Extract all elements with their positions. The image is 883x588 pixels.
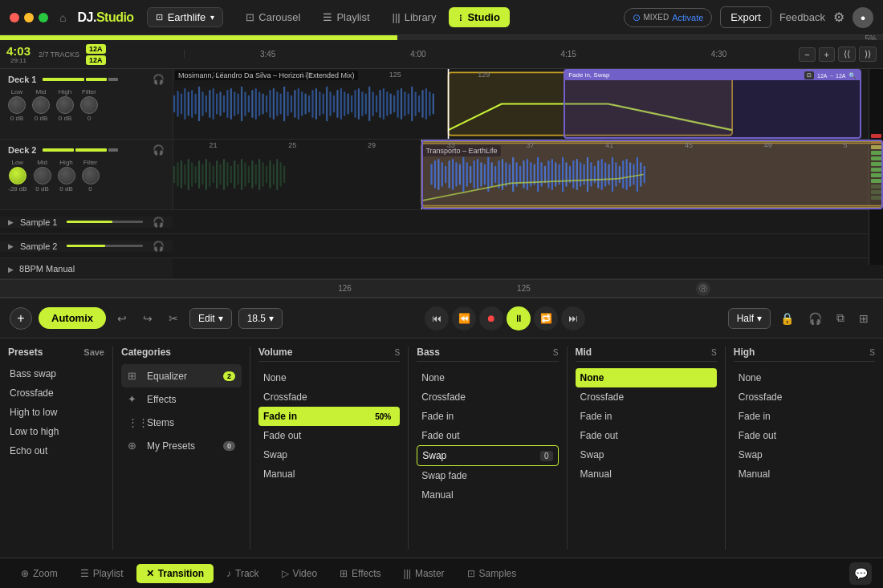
zoom-in-button[interactable]: +: [819, 47, 835, 62]
tab-master[interactable]: ||| Master: [394, 564, 454, 583]
user-avatar[interactable]: ●: [852, 7, 873, 28]
nav-library[interactable]: ||| Library: [383, 7, 446, 27]
nav-studio[interactable]: ⫶ Studio: [449, 7, 509, 27]
category-stems[interactable]: ⋮⋮ Stems: [121, 411, 242, 434]
bass-none[interactable]: None: [417, 368, 558, 387]
preset-crossfade[interactable]: Crossfade: [8, 383, 104, 403]
mid-fade-out[interactable]: Fade out: [576, 426, 717, 445]
bass-fade-out[interactable]: Fade out: [417, 426, 558, 445]
bpm-expand-icon[interactable]: ▶: [8, 266, 14, 274]
redo-button[interactable]: ↪: [138, 309, 157, 328]
edit-dropdown[interactable]: Edit ▾: [189, 308, 232, 329]
high-crossfade[interactable]: Crossfade: [734, 387, 875, 407]
record-button[interactable]: ⏺: [479, 306, 503, 330]
tab-samples[interactable]: ⊡ Samples: [458, 564, 527, 583]
category-effects[interactable]: ✦ Effects: [121, 387, 242, 411]
sample-1-expand-icon[interactable]: ▶: [8, 218, 14, 226]
maximize-button[interactable]: [39, 13, 48, 22]
automix-button[interactable]: Automix: [39, 307, 106, 329]
save-link[interactable]: Save: [83, 347, 104, 357]
eq-filter-knob-2[interactable]: [82, 167, 100, 185]
category-my-presets[interactable]: ⊕ My Presets 0: [121, 434, 242, 457]
eq-low-knob-1[interactable]: [8, 96, 26, 114]
preset-bass-swap[interactable]: Bass swap: [8, 364, 104, 383]
bass-crossfade[interactable]: Crossfade: [417, 387, 558, 407]
preset-high-to-low[interactable]: High to low: [8, 403, 104, 422]
high-s-button[interactable]: S: [869, 348, 875, 357]
eq-mid-knob-2[interactable]: [34, 167, 51, 185]
mixed-pill[interactable]: ⊙ MIXED Activate: [624, 8, 713, 27]
settings-icon[interactable]: ⚙: [833, 10, 844, 25]
eq-high-knob-2[interactable]: [58, 167, 75, 185]
project-selector[interactable]: ⊡ Earthlife ▾: [147, 7, 224, 27]
skip-forward-button[interactable]: ⟩⟩: [859, 47, 877, 62]
chat-icon[interactable]: 💬: [849, 562, 872, 585]
mid-crossfade[interactable]: Crossfade: [576, 387, 717, 407]
jump-back-button[interactable]: ⏪: [452, 306, 476, 330]
overlay-button[interactable]: ⧉: [832, 308, 849, 328]
deck-2-headphone-icon[interactable]: 🎧: [153, 144, 165, 156]
nav-carousel[interactable]: ⊡ Carousel: [236, 7, 310, 27]
preset-echo-out[interactable]: Echo out: [8, 441, 104, 460]
home-icon[interactable]: ⌂: [59, 11, 66, 24]
sample-2-expand-icon[interactable]: ▶: [8, 242, 14, 250]
tab-effects[interactable]: ⊞ Effects: [330, 564, 390, 583]
tab-transition[interactable]: ✕ Transition: [136, 564, 214, 583]
scissors-button[interactable]: ✂: [164, 309, 183, 328]
bass-swap[interactable]: Swap 0: [417, 445, 558, 466]
close-button[interactable]: [10, 13, 19, 22]
eq-mid-knob-1[interactable]: [32, 96, 50, 114]
mid-none[interactable]: None: [576, 368, 717, 387]
volume-crossfade[interactable]: Crossfade: [258, 387, 400, 407]
sync-icon[interactable]: Ⓡ: [696, 282, 710, 296]
sample-1-headphone-icon[interactable]: 🎧: [153, 217, 165, 228]
preset-low-to-high[interactable]: Low to high: [8, 422, 104, 441]
tab-playlist[interactable]: ☰ Playlist: [71, 564, 133, 583]
tab-track[interactable]: ♪ Track: [217, 564, 269, 583]
minimize-button[interactable]: [24, 13, 34, 22]
volume-fade-in[interactable]: Fade in 50%: [258, 407, 400, 426]
mid-swap[interactable]: Swap: [576, 445, 717, 464]
mid-manual[interactable]: Manual: [576, 464, 717, 484]
transition-search-icon[interactable]: 🔍: [848, 72, 857, 79]
undo-button[interactable]: ↩: [112, 309, 132, 328]
loop-button[interactable]: 🔁: [534, 306, 558, 330]
add-button[interactable]: +: [10, 307, 32, 330]
volume-none[interactable]: None: [258, 368, 400, 387]
deck-1-headphone-icon[interactable]: 🎧: [153, 74, 165, 85]
eq-filter-knob-1[interactable]: [80, 96, 98, 114]
transition-block-deck2[interactable]: [421, 140, 883, 209]
bass-s-button[interactable]: S: [553, 348, 559, 357]
sample-2-headphone-icon[interactable]: 🎧: [153, 241, 165, 252]
transition-block-deck1[interactable]: Fade in, Swap ⊡ 12A → 12A 🔍: [564, 69, 861, 139]
eq-low-knob-2[interactable]: [9, 167, 26, 185]
headphone-button[interactable]: 🎧: [804, 309, 827, 328]
mid-s-button[interactable]: S: [711, 348, 717, 357]
half-selector[interactable]: Half ▾: [728, 308, 771, 329]
high-fade-in[interactable]: Fade in: [734, 407, 875, 426]
volume-manual[interactable]: Manual: [258, 464, 400, 484]
high-fade-out[interactable]: Fade out: [734, 426, 875, 445]
high-none[interactable]: None: [734, 368, 875, 387]
eq-high-knob-1[interactable]: [56, 96, 74, 114]
high-swap[interactable]: Swap: [734, 445, 875, 464]
tempo-selector[interactable]: 18.5 ▾: [238, 308, 283, 329]
mid-fade-in[interactable]: Fade in: [576, 407, 717, 426]
grid-button[interactable]: ⊞: [854, 309, 873, 328]
pause-button[interactable]: ⏸: [507, 306, 531, 330]
volume-fade-out[interactable]: Fade out: [258, 426, 400, 445]
bass-fade-in[interactable]: Fade in: [417, 407, 558, 426]
nav-playlist[interactable]: ☰ Playlist: [313, 7, 379, 27]
lock-button[interactable]: 🔒: [775, 309, 799, 328]
high-manual[interactable]: Manual: [734, 464, 875, 484]
volume-swap[interactable]: Swap: [258, 445, 400, 464]
feedback-button[interactable]: Feedback: [779, 11, 825, 23]
zoom-out-button[interactable]: −: [799, 47, 815, 62]
category-equalizer[interactable]: ⊞ Equalizer 2: [121, 364, 242, 387]
skip-back-button[interactable]: ⟨⟨: [838, 47, 856, 62]
tab-zoom[interactable]: ⊕ Zoom: [11, 564, 67, 583]
prev-track-button[interactable]: ⏮: [425, 306, 449, 330]
bass-swap-fade[interactable]: Swap fade: [417, 466, 558, 485]
tab-video[interactable]: ▷ Video: [272, 564, 327, 583]
volume-s-button[interactable]: S: [395, 348, 401, 357]
